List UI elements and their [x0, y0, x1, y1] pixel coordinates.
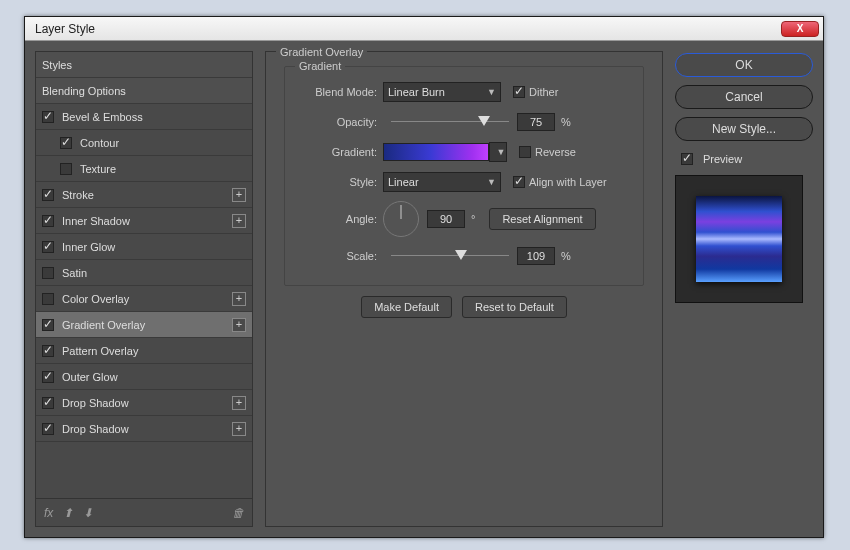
style-item-label: Pattern Overlay [62, 345, 138, 357]
style-item-contour[interactable]: Contour [36, 130, 252, 156]
style-item-label: Satin [62, 267, 87, 279]
style-label: Style: [297, 176, 377, 188]
style-checkbox[interactable] [42, 397, 54, 409]
style-item-label: Blending Options [42, 85, 126, 97]
style-item-pattern-overlay[interactable]: Pattern Overlay [36, 338, 252, 364]
make-default-button[interactable]: Make Default [361, 296, 452, 318]
opacity-label: Opacity: [297, 116, 377, 128]
opacity-slider[interactable] [391, 115, 509, 129]
style-checkbox[interactable] [42, 215, 54, 227]
titlebar: Layer Style X [25, 17, 823, 41]
style-item-label: Stroke [62, 189, 94, 201]
preview-thumbnail [675, 175, 803, 303]
add-effect-icon[interactable]: + [232, 318, 246, 332]
style-item-label: Inner Glow [62, 241, 115, 253]
dither-label: Dither [529, 86, 558, 98]
ok-button[interactable]: OK [675, 53, 813, 77]
style-item-label: Texture [80, 163, 116, 175]
preview-checkbox[interactable] [681, 153, 693, 165]
cancel-button[interactable]: Cancel [675, 85, 813, 109]
chevron-down-icon: ▼ [487, 177, 496, 187]
style-checkbox[interactable] [42, 423, 54, 435]
angle-input[interactable] [427, 210, 465, 228]
blend-mode-label: Blend Mode: [297, 86, 377, 98]
preview-label: Preview [703, 153, 742, 165]
style-item-label: Outer Glow [62, 371, 118, 383]
right-panel: OK Cancel New Style... Preview [675, 51, 813, 527]
add-effect-icon[interactable]: + [232, 214, 246, 228]
style-checkbox[interactable] [42, 319, 54, 331]
angle-dial[interactable] [383, 201, 419, 237]
window-title: Layer Style [35, 22, 95, 36]
style-checkbox[interactable] [60, 163, 72, 175]
style-item-label: Color Overlay [62, 293, 129, 305]
add-effect-icon[interactable]: + [232, 396, 246, 410]
angle-label: Angle: [297, 213, 377, 225]
style-item-satin[interactable]: Satin [36, 260, 252, 286]
trash-icon[interactable]: 🗑 [232, 506, 244, 520]
style-select[interactable]: Linear▼ [383, 172, 501, 192]
style-item-texture[interactable]: Texture [36, 156, 252, 182]
reverse-checkbox[interactable] [519, 146, 531, 158]
style-checkbox[interactable] [42, 267, 54, 279]
style-checkbox[interactable] [42, 293, 54, 305]
gradient-group: Gradient Blend Mode: Linear Burn▼ Dither… [284, 66, 644, 286]
close-button[interactable]: X [781, 21, 819, 37]
chevron-down-icon: ▼ [487, 87, 496, 97]
reset-alignment-button[interactable]: Reset Alignment [489, 208, 595, 230]
style-item-color-overlay[interactable]: Color Overlay+ [36, 286, 252, 312]
align-checkbox[interactable] [513, 176, 525, 188]
style-checkbox[interactable] [42, 345, 54, 357]
style-item-label: Contour [80, 137, 119, 149]
preview-image [696, 196, 782, 282]
styles-footer: fx ⬆ ⬇ 🗑 [36, 498, 252, 526]
style-checkbox[interactable] [42, 189, 54, 201]
fx-icon[interactable]: fx [44, 506, 53, 520]
arrow-up-icon[interactable]: ⬆ [63, 506, 73, 520]
style-item-styles[interactable]: Styles [36, 52, 252, 78]
reverse-label: Reverse [535, 146, 576, 158]
align-label: Align with Layer [529, 176, 607, 188]
layer-style-dialog: Layer Style X StylesBlending OptionsBeve… [24, 16, 824, 538]
arrow-down-icon[interactable]: ⬇ [83, 506, 93, 520]
style-checkbox[interactable] [42, 111, 54, 123]
style-item-outer-glow[interactable]: Outer Glow [36, 364, 252, 390]
style-item-blending-options[interactable]: Blending Options [36, 78, 252, 104]
style-item-drop-shadow[interactable]: Drop Shadow+ [36, 416, 252, 442]
style-item-drop-shadow[interactable]: Drop Shadow+ [36, 390, 252, 416]
blend-mode-select[interactable]: Linear Burn▼ [383, 82, 501, 102]
group-title: Gradient [295, 60, 345, 72]
gradient-picker-dropdown[interactable]: ▼ [489, 142, 507, 162]
style-item-label: Drop Shadow [62, 397, 129, 409]
add-effect-icon[interactable]: + [232, 188, 246, 202]
gradient-label: Gradient: [297, 146, 377, 158]
gradient-swatch[interactable] [383, 143, 489, 161]
new-style-button[interactable]: New Style... [675, 117, 813, 141]
add-effect-icon[interactable]: + [232, 422, 246, 436]
style-item-inner-glow[interactable]: Inner Glow [36, 234, 252, 260]
styles-list: StylesBlending OptionsBevel & EmbossCont… [35, 51, 253, 527]
settings-panel: Gradient Overlay Gradient Blend Mode: Li… [265, 51, 663, 527]
style-item-label: Bevel & Emboss [62, 111, 143, 123]
add-effect-icon[interactable]: + [232, 292, 246, 306]
reset-default-button[interactable]: Reset to Default [462, 296, 567, 318]
dither-checkbox[interactable] [513, 86, 525, 98]
style-checkbox[interactable] [42, 241, 54, 253]
style-item-label: Drop Shadow [62, 423, 129, 435]
section-title: Gradient Overlay [276, 46, 367, 58]
style-item-label: Inner Shadow [62, 215, 130, 227]
opacity-input[interactable] [517, 113, 555, 131]
style-item-inner-shadow[interactable]: Inner Shadow+ [36, 208, 252, 234]
style-checkbox[interactable] [42, 371, 54, 383]
style-item-bevel-emboss[interactable]: Bevel & Emboss [36, 104, 252, 130]
style-checkbox[interactable] [60, 137, 72, 149]
style-item-label: Gradient Overlay [62, 319, 145, 331]
style-item-gradient-overlay[interactable]: Gradient Overlay+ [36, 312, 252, 338]
scale-label: Scale: [297, 250, 377, 262]
style-item-stroke[interactable]: Stroke+ [36, 182, 252, 208]
chevron-down-icon: ▼ [497, 147, 506, 157]
scale-slider[interactable] [391, 249, 509, 263]
style-item-label: Styles [42, 59, 72, 71]
scale-input[interactable] [517, 247, 555, 265]
